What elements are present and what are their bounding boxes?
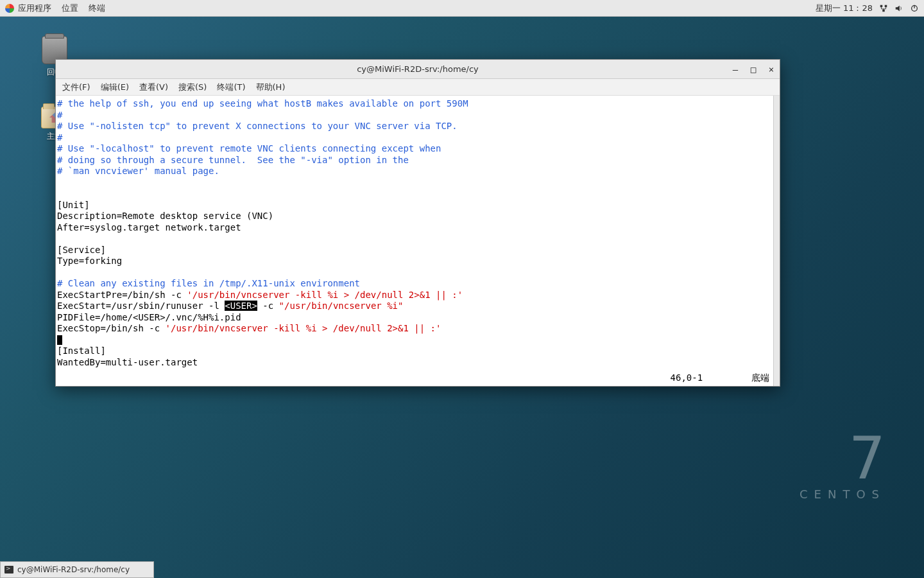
terminal-window: cy@MiWiFi-R2D-srv:/home/cy — □ × 文件(F) 编… bbox=[55, 59, 780, 387]
close-button[interactable]: × bbox=[767, 65, 776, 74]
cursor bbox=[57, 335, 62, 345]
vim-status-line: 46,0-1 底端 bbox=[671, 372, 769, 384]
gnome-logo-icon bbox=[5, 4, 14, 13]
window-titlebar[interactable]: cy@MiWiFi-R2D-srv:/home/cy — □ × bbox=[56, 60, 780, 79]
network-icon[interactable] bbox=[879, 4, 888, 13]
menu-applications[interactable]: 应用程序 bbox=[18, 3, 51, 14]
window-menubar: 文件(F) 编辑(E) 查看(V) 搜索(S) 终端(T) 帮助(H) bbox=[56, 79, 780, 96]
centos-watermark: 7 CENTOS bbox=[800, 430, 886, 501]
top-panel: 应用程序 位置 终端 星期一 11：28 bbox=[0, 0, 924, 17]
svg-rect-1 bbox=[885, 4, 887, 7]
maximize-button[interactable]: □ bbox=[749, 65, 758, 74]
clock-label: 星期一 11：28 bbox=[816, 3, 873, 14]
taskbar-label: cy@MiWiFi-R2D-srv:/home/cy bbox=[17, 565, 130, 574]
minimize-button[interactable]: — bbox=[731, 65, 740, 74]
terminal-content: # the help of ssh, you end up seeing wha… bbox=[56, 96, 773, 371]
terminal-icon bbox=[4, 566, 13, 574]
menu-help[interactable]: 帮助(H) bbox=[256, 82, 286, 93]
volume-icon[interactable] bbox=[894, 4, 903, 13]
terminal-body[interactable]: # the help of ssh, you end up seeing wha… bbox=[56, 96, 780, 386]
menu-file[interactable]: 文件(F) bbox=[62, 82, 90, 93]
terminal-scrollbar[interactable] bbox=[773, 96, 780, 386]
svg-rect-0 bbox=[880, 4, 883, 7]
power-icon[interactable] bbox=[910, 4, 919, 13]
window-title: cy@MiWiFi-R2D-srv:/home/cy bbox=[357, 64, 479, 74]
taskbar-entry[interactable]: cy@MiWiFi-R2D-srv:/home/cy bbox=[0, 561, 154, 578]
menu-edit[interactable]: 编辑(E) bbox=[101, 82, 129, 93]
menu-search[interactable]: 搜索(S) bbox=[178, 82, 207, 93]
svg-rect-4 bbox=[914, 4, 914, 8]
menu-places[interactable]: 位置 bbox=[62, 3, 78, 14]
menu-terminal-sub[interactable]: 终端(T) bbox=[217, 82, 245, 93]
menu-view[interactable]: 查看(V) bbox=[139, 82, 168, 93]
system-tray: 星期一 11：28 bbox=[816, 3, 919, 14]
menu-terminal[interactable]: 终端 bbox=[89, 3, 105, 14]
